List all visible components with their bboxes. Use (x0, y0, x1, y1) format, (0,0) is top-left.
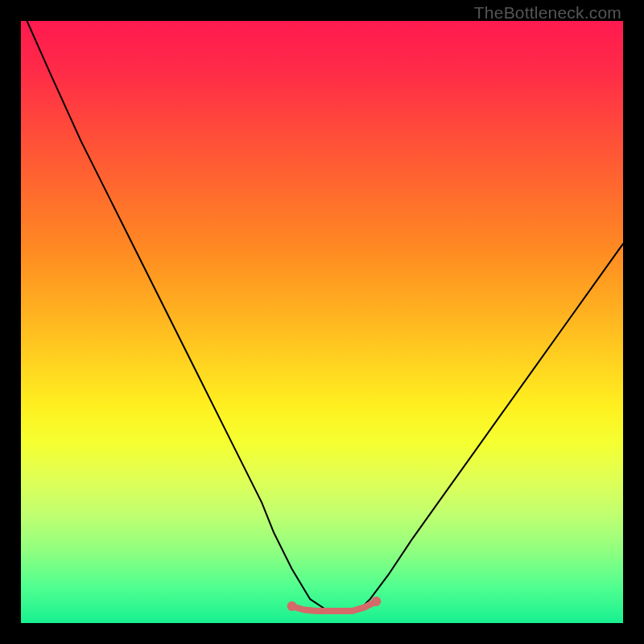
end-dot (371, 597, 381, 606)
end-dot (287, 601, 297, 611)
watermark-text: TheBottleneck.com (474, 3, 621, 23)
flat-segment (292, 601, 377, 611)
chart-frame: TheBottleneck.com (0, 0, 644, 644)
main-curve (27, 21, 624, 611)
chart-svg (21, 21, 623, 623)
